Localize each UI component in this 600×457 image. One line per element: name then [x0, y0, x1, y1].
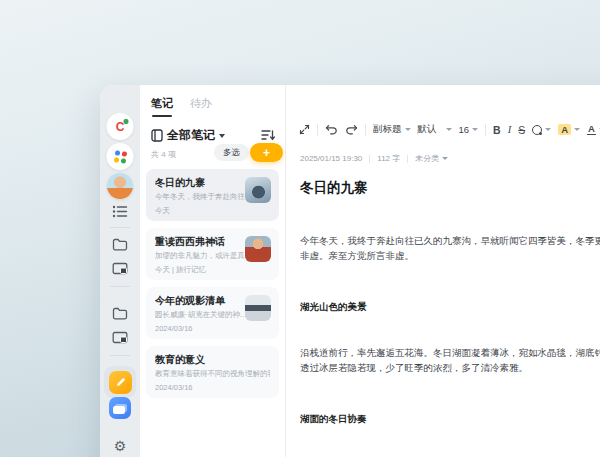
note-card-4[interactable]: 教育的意义 教育意味着获得不同的视角理解的客... 2024/03/16: [146, 346, 279, 398]
note-meta: 2024/03/16: [155, 324, 270, 334]
folder-badge-icon: [112, 331, 128, 344]
font-size-value: 16: [459, 124, 470, 135]
add-note-button[interactable]: +: [250, 143, 283, 162]
font-family-value: 默认: [418, 123, 437, 136]
app-window: C: [100, 85, 600, 457]
expand-icon: [299, 124, 310, 135]
panel-tabs: 笔记 待办: [151, 96, 212, 111]
toolbar-divider: [365, 124, 366, 136]
folder-button-1[interactable]: [112, 238, 128, 251]
category-value: 未分类: [415, 153, 439, 164]
assistant-logo-button[interactable]: C: [107, 113, 134, 140]
note-list-button[interactable]: [113, 205, 128, 218]
settings-gear-icon[interactable]: ⚙: [114, 439, 127, 453]
note-thumbnail: [245, 295, 271, 321]
meta-divider: [407, 155, 408, 163]
private-folder-button-2[interactable]: [112, 331, 128, 344]
editor-panel: 副标题 默认 16 B I S A A: [286, 85, 600, 457]
note-card-1[interactable]: 冬日的九寨 今年冬天，我终于奔赴向往... 今天: [146, 169, 279, 221]
sort-icon: [261, 129, 275, 141]
filter-label: 全部笔记: [167, 127, 215, 144]
toolbar-divider: [317, 124, 318, 136]
private-folder-button-1[interactable]: [112, 262, 128, 275]
dock-sidebar: C: [100, 85, 140, 457]
color-wheel-icon: [532, 125, 542, 135]
font-size-dropdown[interactable]: 16: [459, 124, 479, 135]
editor-toolbar: 副标题 默认 16 B I S A A: [299, 123, 600, 136]
dock-divider: [110, 355, 130, 356]
notes-app-button[interactable]: [104, 366, 136, 398]
tab-todo[interactable]: 待办: [190, 96, 212, 111]
dock-divider: [110, 227, 130, 228]
sort-button[interactable]: [261, 129, 275, 141]
chevron-down-icon: [442, 157, 448, 160]
color-wheel-dropdown[interactable]: [532, 125, 551, 135]
note-meta: 今天: [155, 206, 270, 216]
chevron-down-icon: [405, 128, 411, 131]
note-thumbnail: [245, 177, 271, 203]
note-title: 教育的意义: [155, 353, 270, 366]
paragraph: 今年冬天，我终于奔赴向往已久的九寨沟，早就听闻它四季皆美，冬季更是独具韵味，所言…: [300, 233, 600, 263]
notes-list-panel: 笔记 待办 全部笔记 共 4 项 多选 + 冬日的九: [140, 85, 286, 457]
bold-button[interactable]: B: [493, 124, 501, 136]
font-color-icon: A: [587, 124, 596, 135]
note-meta-row: 2025/01/15 19:30 112 字 未分类: [300, 153, 448, 164]
note-title-heading: 冬日的九寨: [300, 179, 368, 197]
chevron-down-icon: [574, 128, 580, 131]
paragraph: 沿栈道前行，率先邂逅五花海。冬日湖面凝着薄冰，宛如水晶毯，湖底钙化沉积与枯木 透…: [300, 345, 600, 375]
todo-app-button[interactable]: [109, 397, 131, 419]
section-heading: 湖面的冬日协奏: [300, 411, 600, 426]
chevron-down-icon: [472, 128, 478, 131]
folder-icon: [112, 307, 128, 320]
folder-badge-icon: [112, 262, 128, 275]
folder-button-2[interactable]: [112, 307, 128, 320]
note-thumbnail: [245, 236, 271, 262]
redo-icon: [345, 124, 358, 135]
note-datetime: 2025/01/15 19:30: [300, 154, 362, 163]
tab-notes[interactable]: 笔记: [151, 96, 173, 111]
font-family-dropdown[interactable]: 默认: [418, 123, 452, 136]
undo-icon: [325, 124, 338, 135]
heading-style-value: 副标题: [373, 123, 402, 136]
redo-button[interactable]: [345, 124, 358, 135]
notes-list: 冬日的九寨 今年冬天，我终于奔赴向往... 今天 重读西西弗神话 加缪的非凡魅力…: [146, 169, 279, 405]
chevron-down-icon: [545, 128, 551, 131]
note-card-3[interactable]: 今年的观影清单 园长威廉·胡克在关键的神... 2024/03/16: [146, 287, 279, 339]
chevron-down-icon: [446, 128, 452, 131]
user-avatar[interactable]: [107, 173, 133, 199]
note-word-count: 112 字: [377, 153, 400, 164]
note-list-icon: [113, 205, 128, 218]
chevron-down-icon: [219, 134, 225, 138]
note-card-2[interactable]: 重读西西弗神话 加缪的非凡魅力，或许是真... 今天 | 旅行记忆: [146, 228, 279, 280]
font-color-dropdown[interactable]: A: [587, 124, 600, 135]
assistant-logo-icon: C: [116, 121, 125, 133]
undo-button[interactable]: [325, 124, 338, 135]
meta-divider: [369, 155, 370, 163]
toolbar-divider: [485, 124, 486, 136]
section-heading: 湖光山色的美景: [300, 299, 600, 314]
multiselect-button[interactable]: 多选: [214, 144, 249, 161]
widgets-icon: [113, 150, 127, 164]
note-body[interactable]: 今年冬天，我终于奔赴向往已久的九寨沟，早就听闻它四季皆美，冬季更是独具韵味，所言…: [300, 203, 600, 457]
category-dropdown[interactable]: 未分类: [415, 153, 448, 164]
heading-style-dropdown[interactable]: 副标题: [373, 123, 411, 136]
dock-divider: [110, 286, 130, 287]
italic-button[interactable]: I: [508, 124, 512, 135]
notes-app-icon: [109, 371, 132, 394]
highlight-icon: A: [558, 124, 571, 136]
note-meta: 今天 | 旅行记忆: [155, 265, 270, 275]
notebook-filter[interactable]: 全部笔记: [151, 127, 225, 144]
notes-count: 共 4 项: [151, 149, 176, 160]
widgets-button[interactable]: [107, 143, 134, 170]
note-excerpt: 教育意味着获得不同的视角理解的客...: [155, 368, 270, 379]
strikethrough-button[interactable]: S: [518, 124, 525, 136]
highlight-dropdown[interactable]: A: [558, 124, 580, 136]
folder-icon: [112, 238, 128, 251]
notebook-icon: [151, 129, 163, 142]
expand-button[interactable]: [299, 124, 310, 135]
note-meta: 2024/03/16: [155, 383, 270, 393]
